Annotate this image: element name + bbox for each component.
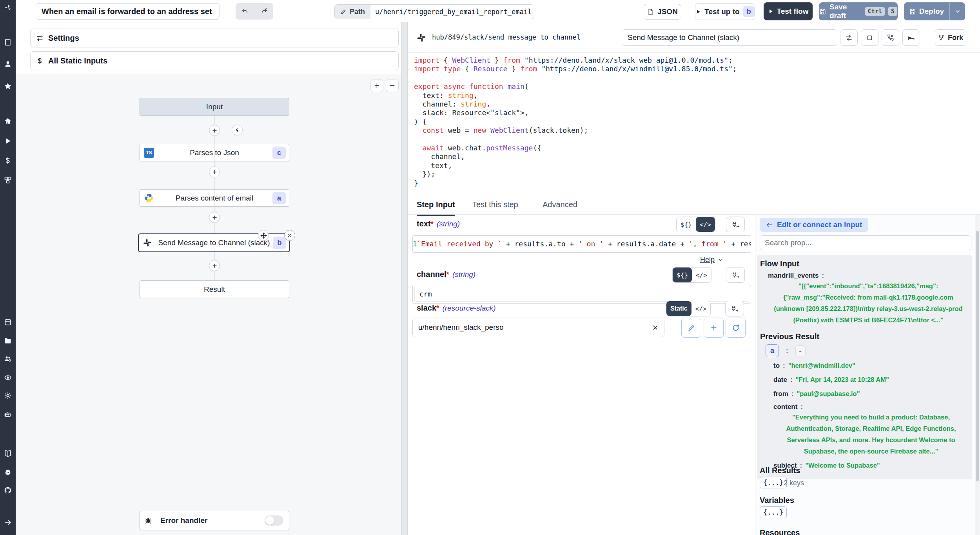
prop-row-to[interactable]: to:"henri@windmill.dev" bbox=[773, 360, 969, 371]
error-handler-toggle[interactable] bbox=[265, 515, 283, 526]
variables-expand-badge[interactable]: {...} bbox=[760, 506, 787, 518]
connect-input-plug-button[interactable] bbox=[725, 301, 744, 316]
workers-robot-icon[interactable] bbox=[4, 410, 12, 418]
search-prop-input[interactable] bbox=[760, 235, 971, 250]
expand-editor-icon-button[interactable] bbox=[861, 29, 878, 46]
tab-test-this-step[interactable]: Test this step bbox=[472, 200, 518, 215]
connect-input-plug-button[interactable] bbox=[726, 217, 745, 232]
prop-row-content[interactable]: content:"Everything you need to build a … bbox=[773, 402, 969, 457]
zoom-out-button[interactable] bbox=[386, 79, 399, 92]
discord-icon[interactable] bbox=[4, 468, 12, 476]
undo-icon[interactable] bbox=[236, 3, 254, 20]
panel-splitter[interactable] bbox=[401, 22, 408, 535]
resources-cubes-icon[interactable] bbox=[4, 176, 12, 184]
move-step-handle[interactable] bbox=[258, 230, 269, 241]
schedules-calendar-icon[interactable] bbox=[4, 318, 12, 326]
line-number: 1 bbox=[413, 240, 417, 248]
deploy-dropdown[interactable] bbox=[949, 3, 965, 20]
code-mode-segment[interactable]: </> bbox=[696, 217, 715, 232]
variables-dollar-icon[interactable] bbox=[4, 157, 12, 164]
redo-icon[interactable] bbox=[254, 3, 273, 20]
help-link[interactable]: Help bbox=[700, 256, 724, 264]
result-a-badge[interactable]: a bbox=[766, 344, 779, 357]
flow-node-parses-to-json[interactable]: TS Parses to Json c bbox=[140, 144, 289, 161]
settings-gear-icon[interactable] bbox=[4, 392, 12, 399]
prop-row-subject[interactable]: subject:"Welcome to Supabase" bbox=[773, 460, 969, 471]
workspace-icon[interactable] bbox=[4, 38, 12, 46]
add-step-button[interactable] bbox=[209, 166, 220, 177]
error-handler-node[interactable]: Error handler bbox=[140, 511, 289, 530]
zoom-in-button[interactable] bbox=[370, 79, 383, 92]
test-flow-button[interactable]: Test flow bbox=[764, 2, 813, 20]
step-editor-header: hub/849/slack/send_message_to_channel Fo… bbox=[408, 22, 980, 53]
json-button[interactable]: JSON bbox=[644, 4, 681, 20]
collapse-badge[interactable]: - bbox=[795, 345, 806, 356]
flow-canvas[interactable] bbox=[16, 74, 401, 535]
save-draft-button[interactable]: Save draft Ctrl S bbox=[819, 2, 898, 20]
home-icon[interactable] bbox=[4, 117, 12, 125]
step-id-badge: c bbox=[272, 146, 286, 159]
prop-row-date[interactable]: date:"Fri, Apr 14, 2023 at 10:28 AM" bbox=[773, 374, 969, 385]
audit-eye-icon[interactable] bbox=[4, 374, 12, 381]
all-results-expand-badge[interactable]: {...} bbox=[760, 477, 787, 488]
favorites-star-icon[interactable] bbox=[4, 82, 12, 90]
code-mode-segment[interactable]: </> bbox=[691, 301, 711, 316]
docs-book-icon[interactable] bbox=[4, 450, 12, 457]
typescript-icon: TS bbox=[144, 148, 154, 158]
flow-settings-button[interactable]: Settings bbox=[30, 29, 399, 47]
kbd-s: S bbox=[888, 7, 897, 16]
props-scrollbar-thumb[interactable] bbox=[976, 231, 979, 481]
connect-input-plug-button[interactable] bbox=[726, 267, 745, 283]
back-arrow-icon bbox=[766, 221, 773, 228]
tab-step-input[interactable]: Step Input bbox=[417, 200, 455, 216]
flow-input-row[interactable]: mandrill_events: "[{"event":"inbound","t… bbox=[768, 271, 969, 326]
code-mode-segment[interactable]: </> bbox=[692, 268, 711, 282]
flow-node-result[interactable]: Result bbox=[140, 280, 289, 298]
delete-step-button[interactable] bbox=[284, 230, 295, 241]
step-name-input[interactable] bbox=[622, 29, 837, 46]
add-step-button[interactable] bbox=[209, 125, 220, 136]
prop-row-from[interactable]: from:"paul@supabase.io" bbox=[773, 388, 969, 399]
flow-node-parses-content[interactable]: Parses content of email a bbox=[140, 189, 289, 207]
path-edit-button[interactable]: Path bbox=[335, 5, 370, 19]
add-step-button[interactable] bbox=[209, 260, 220, 271]
groups-users-icon[interactable] bbox=[4, 355, 12, 363]
path-value-input[interactable]: u/henri/triggered_by_email_report_email bbox=[370, 5, 534, 19]
flow-node-input[interactable]: Input bbox=[140, 98, 289, 116]
webhook-phone-icon-button[interactable] bbox=[882, 29, 899, 46]
expr-mode-segment[interactable]: ${} bbox=[677, 217, 696, 232]
edit-resource-pencil-button[interactable] bbox=[681, 318, 701, 338]
refresh-resource-button[interactable] bbox=[726, 318, 746, 338]
code-editor[interactable]: import { WebClient } from "https://deno.… bbox=[414, 56, 737, 188]
props-scrollbar-track[interactable] bbox=[975, 215, 980, 535]
user-icon[interactable] bbox=[4, 60, 12, 68]
resources-title: Resources bbox=[760, 528, 800, 535]
deploy-button[interactable]: Deploy bbox=[904, 2, 965, 20]
runs-play-icon[interactable] bbox=[4, 137, 12, 145]
add-resource-plus-button[interactable] bbox=[704, 318, 724, 338]
static-mode-segment[interactable]: Static bbox=[666, 301, 691, 316]
github-icon[interactable] bbox=[4, 486, 12, 494]
all-static-inputs-button[interactable]: All Static Inputs bbox=[30, 51, 399, 70]
save-floppy-icon bbox=[909, 8, 916, 15]
test-up-to-button[interactable]: Test up to b bbox=[695, 3, 755, 20]
save-floppy-icon bbox=[819, 8, 826, 15]
slack-resource-picker[interactable]: u/henri/henri_slack_perso bbox=[412, 318, 664, 337]
tab-advanced[interactable]: Advanced bbox=[543, 200, 577, 215]
edit-or-connect-button[interactable]: Edit or connect an input bbox=[760, 218, 868, 232]
flow-title-input[interactable] bbox=[36, 3, 220, 20]
channel-value-input[interactable] bbox=[414, 287, 749, 302]
diff-icon-button[interactable] bbox=[902, 29, 920, 46]
text-expression-editor[interactable]: 1 `Email received by ` + results.a.to + … bbox=[412, 235, 751, 253]
chevron-down-icon bbox=[955, 8, 961, 14]
add-trigger-bolt-button[interactable] bbox=[232, 125, 243, 136]
add-step-button[interactable] bbox=[209, 212, 220, 223]
expand-sidebar-arrow-icon[interactable] bbox=[4, 519, 12, 526]
channel-field-label: channel*(string) bbox=[417, 270, 475, 279]
fork-button[interactable]: Fork bbox=[935, 29, 966, 46]
folders-icon[interactable] bbox=[4, 337, 12, 345]
windmill-logo-icon[interactable] bbox=[4, 4, 12, 12]
expr-mode-segment[interactable]: ${} bbox=[673, 268, 692, 282]
swap-script-icon-button[interactable] bbox=[840, 29, 858, 46]
clear-resource-x-icon[interactable] bbox=[652, 324, 659, 331]
